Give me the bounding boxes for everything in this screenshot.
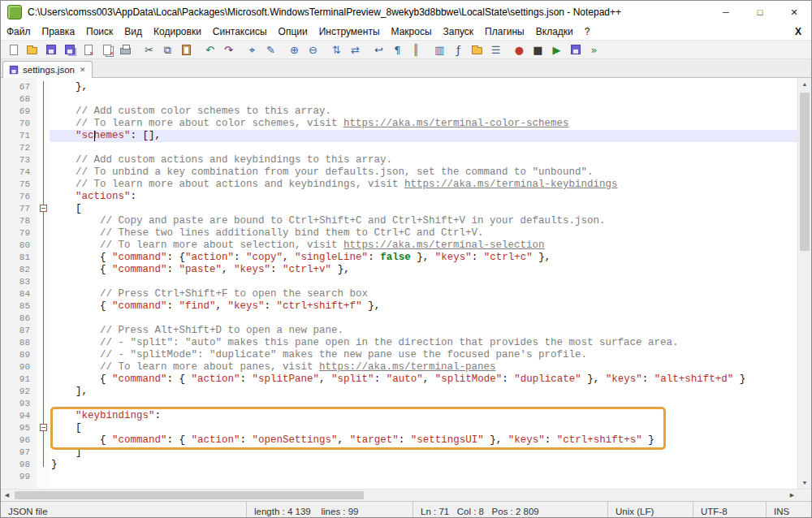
code-line[interactable]	[50, 398, 797, 410]
code-line[interactable]: ],	[50, 386, 797, 398]
code-line[interactable]	[50, 142, 797, 154]
macro-run-multiple-button[interactable]: »	[585, 41, 603, 58]
code-line[interactable]: [	[50, 203, 797, 215]
cut-button[interactable]: ✂	[140, 41, 158, 58]
status-eol-format[interactable]: Unix (LF)	[607, 502, 693, 518]
code-line[interactable]: [	[50, 422, 797, 434]
scroll-left-arrow-icon[interactable]: ◀	[1, 490, 13, 501]
redo-button[interactable]: ↷	[220, 41, 237, 58]
vertical-scrollbar[interactable]: ▲ ▼	[797, 78, 811, 489]
code-area[interactable]: }, // Add custom color schemes to this a…	[50, 78, 797, 483]
tab-close-icon[interactable]: ✕	[79, 66, 87, 74]
minimize-button[interactable]: ─	[709, 1, 743, 24]
zoom-out-button[interactable]: ⊖	[304, 41, 322, 58]
save-button[interactable]	[42, 41, 59, 58]
folder-as-workspace-button[interactable]	[469, 41, 486, 58]
code-line[interactable]: // Add custom color schemes to this arra…	[50, 106, 797, 118]
vertical-scroll-thumb[interactable]	[800, 93, 810, 251]
document-map-button[interactable]: ▥	[431, 41, 448, 58]
code-line[interactable]: // Press Ctrl+Shift+F to open the search…	[50, 288, 797, 300]
code-line[interactable]: // To learn more about actions and keybi…	[50, 179, 797, 191]
fold-marker[interactable]	[40, 205, 47, 212]
menu-item[interactable]: Кодировки	[148, 24, 207, 39]
menu-item[interactable]: Плагины	[479, 24, 530, 39]
code-line[interactable]: // Copy and paste are bound to Ctrl+Shif…	[50, 215, 797, 227]
paste-button[interactable]	[178, 41, 195, 58]
code-line[interactable]: // To learn more about selection, visit …	[50, 240, 797, 252]
sync-vertical-scroll-button[interactable]: ⇅	[328, 41, 345, 58]
open-file-button[interactable]	[24, 41, 41, 58]
close-button[interactable]: ✕	[777, 1, 811, 24]
code-line[interactable]: { "command": { "action": "splitPane", "s…	[50, 373, 797, 386]
menu-item[interactable]: Правка	[37, 24, 81, 39]
replace-button[interactable]: ✎	[262, 41, 279, 58]
document-list-button[interactable]: ☰	[487, 41, 504, 58]
menu-close-button[interactable]: X	[785, 26, 811, 37]
horizontal-scrollbar[interactable]: ◀ ▶	[1, 489, 811, 501]
zoom-in-button[interactable]: ⊕	[286, 41, 303, 58]
code-line[interactable]: // - "split": "auto" makes this pane ope…	[50, 337, 797, 349]
code-line[interactable]	[50, 276, 797, 288]
indent-guide-button[interactable]: ║	[408, 41, 425, 58]
macro-save-button[interactable]	[567, 41, 584, 58]
editor[interactable]: 6768697071727374757677787980818283848586…	[1, 78, 811, 489]
code-line[interactable]: "keybindings":	[50, 410, 797, 422]
maximize-button[interactable]: □	[743, 1, 777, 24]
print-button[interactable]	[117, 41, 134, 58]
code-line[interactable]: // Press Alt+Shift+D to open a new pane.	[50, 325, 797, 337]
code-line[interactable]	[50, 471, 797, 483]
menu-item[interactable]: ?	[579, 24, 596, 39]
status-encoding[interactable]: UTF-8	[693, 502, 766, 518]
undo-button[interactable]: ↶	[201, 41, 218, 58]
code-line[interactable]	[50, 93, 797, 106]
function-list-button[interactable]: ƒ	[450, 41, 467, 58]
status-cursor-position[interactable]: Ln : 71 Col : 8 Pos : 2 809	[412, 502, 607, 518]
code-line[interactable]: // To unbind a key combination from your…	[50, 166, 797, 179]
sync-horizontal-scroll-button[interactable]: ⇄	[347, 41, 364, 58]
menu-item[interactable]: Инструменты	[313, 24, 386, 39]
macro-stop-button[interactable]: ■	[529, 41, 546, 58]
code-line[interactable]: { "command": { "action": "openSettings",…	[50, 434, 797, 447]
menu-item[interactable]: Файл	[1, 24, 37, 39]
scroll-up-arrow-icon[interactable]: ▲	[798, 78, 811, 90]
code-line[interactable]: // To learn more about color schemes, vi…	[50, 118, 797, 130]
code-line[interactable]: ]	[50, 447, 797, 459]
menu-item[interactable]: Опции	[273, 24, 313, 39]
code-line[interactable]: }	[50, 459, 797, 471]
copy-button[interactable]: ⧉	[159, 41, 176, 58]
code-line[interactable]: // These two lines additionally bind the…	[50, 227, 797, 240]
code-line[interactable]: },	[50, 81, 797, 93]
macro-play-button[interactable]: ▶	[548, 41, 565, 58]
save-all-button[interactable]	[61, 41, 78, 58]
vertical-scroll-track[interactable]	[798, 90, 811, 477]
show-all-characters-button[interactable]: ¶	[389, 41, 406, 58]
code-viewport[interactable]: }, // Add custom color schemes to this a…	[50, 78, 797, 489]
code-line[interactable]: "schemes": [],	[50, 130, 797, 142]
menu-item[interactable]: Вкладки	[530, 24, 579, 39]
horizontal-scroll-track[interactable]	[13, 490, 786, 501]
scroll-right-arrow-icon[interactable]: ▶	[786, 490, 798, 501]
code-line[interactable]: { "command": "paste", "keys": "ctrl+v" }…	[50, 264, 797, 276]
macro-record-button[interactable]: ●	[511, 41, 528, 58]
fold-marker[interactable]	[40, 424, 47, 431]
code-line[interactable]	[50, 313, 797, 325]
code-line[interactable]: // - "splitMode": "duplicate" makes the …	[50, 349, 797, 361]
menu-item[interactable]: Макросы	[386, 24, 438, 39]
code-line[interactable]: "actions":	[50, 191, 797, 203]
scroll-down-arrow-icon[interactable]: ▼	[798, 477, 811, 489]
code-line[interactable]: { "command": {"action": "copy", "singleL…	[50, 252, 797, 264]
menu-item[interactable]: Вид	[119, 24, 148, 39]
horizontal-scroll-thumb[interactable]	[15, 491, 364, 499]
menu-item[interactable]: Поиск	[80, 24, 119, 39]
code-line[interactable]: { "command": "find", "keys": "ctrl+shift…	[50, 300, 797, 313]
code-line[interactable]: // Add custom actions and keybindings to…	[50, 154, 797, 166]
find-button[interactable]: ⌖	[244, 41, 261, 58]
status-insert-mode[interactable]: INS	[766, 502, 811, 518]
menu-item[interactable]: Запуск	[438, 24, 480, 39]
new-file-button[interactable]	[5, 41, 22, 58]
code-line[interactable]: // To learn more about panes, visit http…	[50, 361, 797, 373]
close-file-button[interactable]	[80, 41, 97, 58]
tab-settings-json[interactable]: settings.json ✕	[2, 61, 93, 78]
close-all-button[interactable]	[98, 41, 115, 58]
menu-item[interactable]: Синтаксисы	[207, 24, 273, 39]
